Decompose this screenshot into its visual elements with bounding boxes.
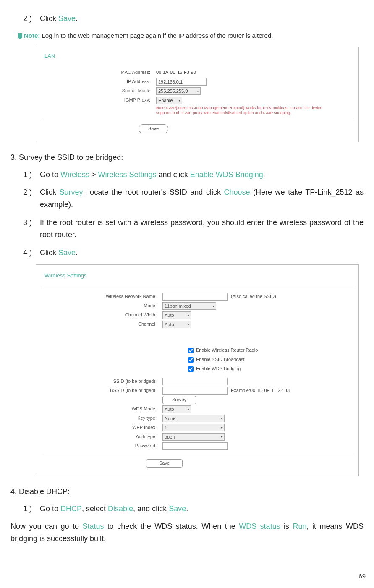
link-choose: Choose [224, 188, 250, 196]
label-cwidth: Channel Width: [41, 311, 162, 319]
panel-title-wireless: Wireless Settings [44, 272, 353, 280]
row-mac: MAC Address: 00-1A-0B-15-F3-90 [41, 68, 353, 77]
row-ip: IP Address: 192.168.0.1 [41, 78, 353, 86]
link-wireless-settings: Wireless Settings [98, 170, 157, 179]
s4-step1: 1 ) Go to DHCP, select Disable, and clic… [23, 503, 364, 515]
checkbox-router-radio[interactable] [188, 348, 194, 353]
panel-title-lan: LAN [44, 52, 353, 61]
s3-step4: 4 ) Click Save. [23, 247, 364, 259]
divider [41, 120, 353, 120]
link-status: Status [82, 522, 104, 531]
cb-row-radio: Enable Wireless Router Radio [188, 346, 353, 355]
igmp-warning: Note:IGMP(Internet Group Management Prot… [156, 105, 337, 116]
label-ip: IP Address: [41, 78, 156, 86]
s3-step3: 3 ) If the root router is set with a wir… [23, 217, 364, 241]
label-channel: Channel: [41, 321, 162, 328]
label-wep: WEP Index: [41, 424, 162, 431]
section3-title: 3. Survey the SSID to be bridged: [10, 152, 364, 164]
row-subnet: Subnet Mask: 255.255.255.0 [41, 87, 353, 95]
label-igmp: IGMP Proxy: [41, 97, 156, 104]
step-body: Click Save. [40, 13, 364, 25]
input-password[interactable] [162, 442, 228, 450]
link-wds-status: WDS status [239, 522, 280, 531]
link-disable: Disable [108, 504, 133, 513]
link-save: Save [58, 14, 76, 23]
input-bssid[interactable] [162, 387, 228, 395]
section4-title: 4. Disable DHCP: [10, 486, 364, 498]
lan-panel: LAN MAC Address: 00-1A-0B-15-F3-90 IP Ad… [36, 47, 359, 142]
input-ip[interactable]: 192.168.0.1 [156, 78, 207, 86]
cb-label-ssid: Enable SSID Broadcast [196, 356, 245, 363]
label-subnet: Subnet Mask: [41, 87, 156, 95]
label-auth: Auth type: [41, 433, 162, 441]
note-text: Log in to the web management page again … [40, 32, 273, 39]
ssid-hint: (Also called the SSID) [231, 293, 276, 301]
checkbox-ssid-broadcast[interactable] [188, 357, 194, 363]
select-subnet[interactable]: 255.255.255.0 [156, 87, 201, 95]
divider [41, 455, 353, 455]
select-mode[interactable]: 11bgn mixed [162, 302, 216, 310]
link-run: Run [293, 522, 307, 531]
label-mode: Mode: [41, 302, 162, 310]
label-keytype: Key type: [41, 415, 162, 422]
note-label: Note: [24, 32, 40, 39]
select-wds-mode[interactable]: Auto [162, 405, 191, 413]
cb-label-radio: Enable Wireless Router Radio [196, 347, 258, 354]
select-auth-type[interactable]: open [162, 433, 225, 441]
step-number: 2 ) [23, 13, 40, 25]
select-channel[interactable]: Auto [162, 321, 191, 328]
input-ssid-bridged[interactable] [162, 378, 228, 385]
select-key-type[interactable]: None [162, 415, 225, 422]
label-mac: MAC Address: [41, 69, 156, 76]
select-igmp[interactable]: Enable [156, 97, 182, 104]
note: Note: Log in to the web management page … [18, 31, 364, 41]
input-network-name[interactable] [162, 293, 228, 301]
survey-button[interactable]: Survey [162, 396, 196, 404]
bssid-example: Example:00-1D-0F-11-22-33 [231, 387, 290, 395]
link-dhcp: DHCP [60, 504, 82, 513]
closing-paragraph: Now you can go to Status to check the WD… [10, 520, 364, 545]
note-flag-icon [18, 33, 22, 39]
save-button-wireless[interactable]: Save [146, 459, 183, 468]
cb-row-ssid: Enable SSID Broadcast [188, 355, 353, 364]
wireless-panel: Wireless Settings Wireless Network Name:… [36, 264, 359, 476]
select-channel-width[interactable]: Auto [162, 311, 191, 319]
link-survey: Survey [60, 188, 83, 196]
checkbox-wds-bridging[interactable] [188, 366, 194, 372]
link-wireless: Wireless [60, 170, 89, 179]
value-mac: 00-1A-0B-15-F3-90 [156, 69, 196, 76]
step-2: 2 ) Click Save. [23, 13, 364, 25]
divider [41, 288, 353, 288]
s3-step2: 2 ) Click Survey, locate the root router… [23, 186, 364, 211]
save-button-lan[interactable]: Save [139, 124, 168, 133]
link-save2: Save [58, 248, 76, 257]
label-wds-mode: WDS Mode: [41, 405, 162, 413]
label-wname: Wireless Network Name: [41, 293, 162, 301]
label-bssid: BSSID (to be bridged): [41, 387, 162, 395]
cb-row-wds: Enable WDS Bridging [188, 365, 353, 373]
label-ssid-bridged: SSID (to be bridged): [41, 378, 162, 385]
cb-label-wds: Enable WDS Bridging [196, 365, 241, 373]
link-save3: Save [169, 504, 186, 513]
link-enable-wds: Enable WDS Bridging [190, 170, 263, 179]
s3-step1: 1 ) Go to Wireless > Wireless Settings a… [23, 169, 364, 181]
select-wep-index[interactable]: 1 [162, 424, 225, 431]
label-password: Password: [41, 442, 162, 450]
row-igmp: IGMP Proxy: Enable [41, 96, 353, 105]
